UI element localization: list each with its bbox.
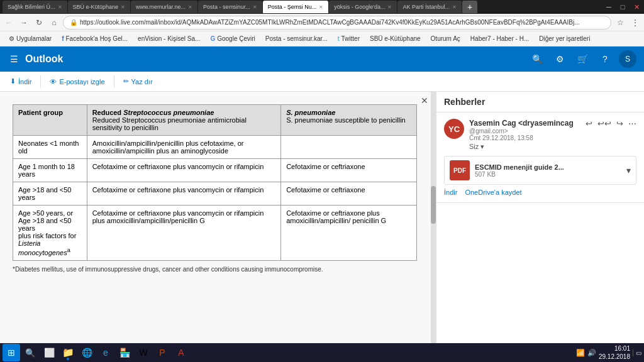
volume-icon[interactable]: 🔊 [587, 349, 596, 357]
sender-name: Yasemin Cag <dryasemincag [469, 119, 578, 128]
taskbar-ie-icon[interactable]: e [97, 344, 114, 361]
tab-new[interactable]: + [462, 1, 477, 13]
forward-button[interactable]: → [18, 16, 30, 29]
bookmark-envision[interactable]: enVision - Kişisel Sa... [134, 34, 204, 43]
apps-icon: ⚙ [9, 35, 14, 42]
table-row: Age >18 and <50 years Cefotaxime or ceft… [13, 182, 417, 206]
settings-header-icon[interactable]: ⚙ [551, 50, 569, 68]
email-header: YC Yasemin Cag <dryasemincag @gmail.com>… [444, 119, 636, 151]
vertical-scrollbar[interactable] [431, 92, 436, 362]
tab-yoksis[interactable]: yöksis - Google'da... ✕ [329, 1, 397, 13]
compose-label: Yaz dır [131, 78, 153, 85]
doc-content: Patient group Reduced Streptococcus pneu… [0, 92, 436, 285]
address-bar[interactable]: 🔒 https://outlook.live.com/mail/inbox/id… [63, 16, 611, 30]
download-button[interactable]: ⬇ İndir [5, 75, 36, 88]
sender-display: Yasemin Cag <dryasemincag [469, 119, 574, 128]
back-button[interactable]: ← [3, 16, 15, 29]
attachment-type-icon: PDF [450, 160, 470, 180]
reply-icon[interactable]: ↩ [586, 119, 592, 128]
avatar-initials: YC [448, 124, 460, 134]
taskbar-search-icon[interactable]: 🔍 [21, 344, 39, 361]
windows-taskbar: ⊞ 🔍 ⬜ 📁 🌐 e 🏪 W P A 📶 🔊 16:01 29.12.2018… [0, 343, 644, 362]
attachment-expand-icon[interactable]: ▾ [626, 165, 631, 175]
facebook-icon: f [62, 35, 64, 42]
taskbar-chrome-icon[interactable]: 🌐 [78, 344, 96, 361]
email-date: Cmt 29.12.2018, 13:58 [469, 134, 578, 141]
google-icon: G [210, 35, 215, 42]
bookmark-google[interactable]: G Google Çeviri [206, 34, 258, 43]
more-options-icon[interactable]: ⋯ [628, 119, 636, 128]
tab-posta2[interactable]: Posta - Şemsi Nu... ✕ [263, 1, 329, 13]
network-icon[interactable]: 📶 [576, 349, 585, 357]
user-avatar[interactable]: S [619, 50, 636, 68]
taskbar-store-icon[interactable]: 🏪 [116, 344, 133, 361]
susceptible-cell: Cefotaxime or ceftriaxone [281, 159, 417, 182]
email-item: YC Yasemin Cag <dryasemincag @gmail.com>… [436, 112, 644, 203]
outlook-app: ☰ Outlook 🔍 ⚙ 🛒 ? S ⬇ İndir 👁 E-postayı … [0, 47, 644, 362]
tab-saglik[interactable]: Sağlık Bilimleri Ü... ✕ [3, 1, 67, 13]
tab-close-icon[interactable]: ✕ [58, 4, 62, 10]
col-header-susceptible: S. pneumoniae S. pneumoniae susceptible … [281, 105, 417, 136]
hamburger-menu-button[interactable]: ☰ [8, 53, 20, 65]
tab-label: yöksis - Google'da... [334, 4, 385, 10]
bookmark-label: Google Çeviri [217, 35, 255, 42]
toolbar-separator2 [114, 75, 114, 88]
susceptible-cell: Cefotaxime or ceftriaxone [281, 182, 417, 206]
settings-icon[interactable]: ⋮ [629, 16, 641, 29]
taskbar-acrobat-icon[interactable]: A [172, 344, 190, 361]
bookmark-label: Facebook'a Hoş Gel... [65, 35, 128, 42]
close-button[interactable]: ✕ [631, 3, 641, 11]
tab-close-icon[interactable]: ✕ [319, 4, 323, 10]
tab-close-icon[interactable]: ✕ [121, 4, 125, 10]
tab-close-icon[interactable]: ✕ [387, 4, 392, 10]
attachment-card[interactable]: PDF ESCMID menenjit guide 2... 507 KB ▾ [444, 156, 636, 185]
help-header-icon[interactable]: ? [596, 50, 614, 68]
minimize-button[interactable]: ─ [604, 3, 614, 11]
sender-address: @gmail.com> [469, 128, 578, 134]
tab-memurlar[interactable]: www.memurlar.ne... ✕ [131, 1, 197, 13]
attachment-save-onedrive-button[interactable]: OneDrive'a kaydet [465, 189, 521, 196]
bookmark-haber7[interactable]: Haber7 - Haber - H... [467, 34, 533, 43]
scroll-thumb[interactable] [431, 186, 436, 224]
toolbar-separator [40, 75, 41, 88]
start-button[interactable]: ⊞ [3, 344, 20, 361]
compose-button[interactable]: ✏ Yaz dır [118, 75, 158, 88]
show-desktop-icon[interactable]: ▭ [633, 349, 641, 356]
tab-close-icon[interactable]: ✕ [253, 4, 257, 10]
tab-close-icon[interactable]: ✕ [452, 4, 457, 10]
taskbar-powerpoint-icon[interactable]: P [153, 344, 171, 361]
bookmark-facebook[interactable]: f Facebook'a Hoş Gel... [58, 34, 131, 43]
cart-header-icon[interactable]: 🛒 [574, 50, 591, 68]
bookmark-posta[interactable]: Posta - semsinur.kar... [262, 34, 331, 43]
tab-close-icon[interactable]: ✕ [188, 4, 192, 10]
tab-posta1[interactable]: Posta - semsinur... ✕ [198, 1, 262, 13]
bookmark-oturum[interactable]: Oturum Aç [427, 34, 464, 43]
download-icon: ⬇ [10, 77, 16, 85]
table-row: Age >50 years, orAge >18 and <50 yearspl… [13, 206, 417, 261]
search-header-icon[interactable]: 🔍 [528, 50, 546, 68]
bookmark-star-icon[interactable]: ☆ [614, 16, 626, 29]
bookmark-sbu[interactable]: SBÜ e-Kütüphane [366, 34, 425, 43]
bookmark-apps[interactable]: ⚙ Uygulamalar [5, 34, 55, 43]
tab-sbu[interactable]: SBÜ e-Kütüphane ✕ [68, 1, 131, 13]
bookmark-label: Oturum Aç [431, 35, 460, 42]
reply-all-icon[interactable]: ↩↩ [597, 119, 611, 128]
maximize-button[interactable]: □ [618, 3, 628, 11]
attachment-download-button[interactable]: İndir [444, 189, 457, 196]
document-panel: ✕ Patient group Reduced Streptococcus pn… [0, 92, 436, 362]
view-email-button[interactable]: 👁 E-postayı izgle [45, 75, 109, 88]
forward-icon[interactable]: ↪ [616, 119, 623, 128]
system-clock[interactable]: 16:01 29.12.2018 [599, 344, 630, 361]
doc-close-button[interactable]: ✕ [418, 94, 431, 107]
col-header-reduced: Reduced Streptococcus pneumoniae Reduced… [87, 105, 281, 136]
bookmark-diger[interactable]: Diğer yer işaretleri [535, 34, 594, 43]
tab-akparti[interactable]: AK Parti İstanbul... ✕ [397, 1, 462, 13]
taskbar-file-explorer-icon[interactable]: 📁 [59, 344, 77, 361]
email-panel-title: Rehberler [436, 92, 644, 112]
refresh-button[interactable]: ↻ [33, 16, 45, 29]
taskbar-word-icon[interactable]: W [135, 344, 152, 361]
email-quick-actions: ↩ ↩↩ ↪ ⋯ [583, 119, 636, 128]
taskbar-cortana-icon[interactable]: ⬜ [40, 344, 58, 361]
home-button[interactable]: ⌂ [48, 16, 60, 29]
bookmark-twitter[interactable]: t Twitter [334, 34, 364, 43]
